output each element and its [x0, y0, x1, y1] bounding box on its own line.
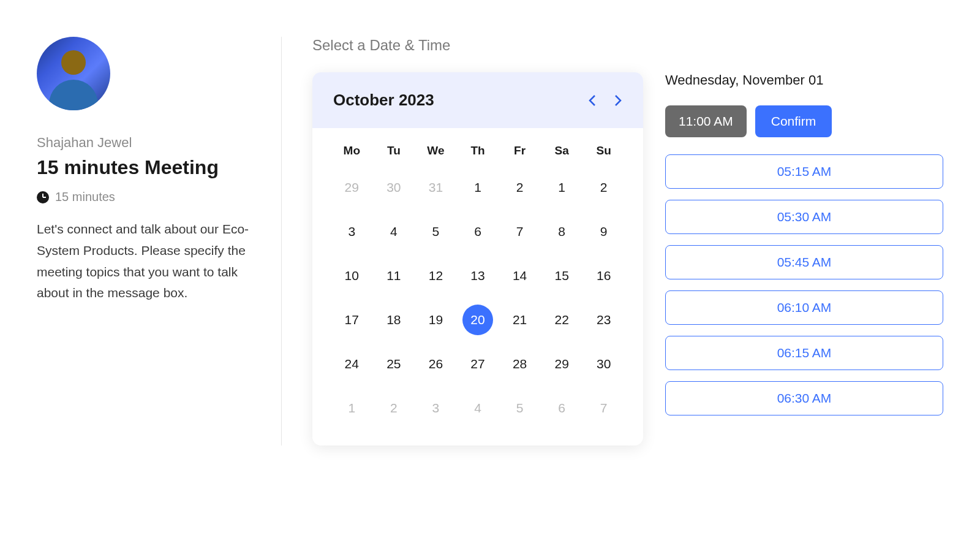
calendar-day[interactable]: 29 [541, 349, 583, 379]
selected-time-chip: 11:00 AM [665, 105, 747, 137]
weekday-header: Mo [331, 144, 373, 157]
selected-date-label: Wednesday, November 01 [665, 72, 943, 88]
calendar-day: 7 [582, 393, 625, 423]
calendar-day[interactable]: 6 [457, 216, 499, 247]
confirm-button[interactable]: Confirm [755, 105, 832, 137]
calendar-weekdays: MoTuWeThFrSaSu [331, 144, 625, 157]
calendar-day: 1 [331, 393, 373, 423]
weekday-header: Su [582, 144, 625, 157]
clock-icon [37, 191, 49, 203]
calendar-day[interactable]: 27 [457, 349, 499, 379]
time-slots-list: 05:15 AM05:30 AM05:45 AM06:10 AM06:15 AM… [665, 154, 943, 415]
time-slot[interactable]: 06:30 AM [665, 381, 943, 415]
calendar-day[interactable]: 3 [331, 216, 373, 247]
calendar-day[interactable]: 16 [582, 260, 625, 291]
calendar-day[interactable]: 22 [541, 305, 583, 335]
calendar-day[interactable]: 11 [373, 260, 415, 291]
calendar-nav [588, 93, 622, 108]
calendar-day[interactable]: 20 [457, 305, 499, 335]
time-slot[interactable]: 05:30 AM [665, 200, 943, 234]
calendar-day[interactable]: 4 [373, 216, 415, 247]
time-slot[interactable]: 05:45 AM [665, 245, 943, 279]
calendar-day: 30 [373, 172, 415, 203]
date-time-picker-panel: Select a Date & Time October 2023 Mo [312, 37, 943, 446]
calendar-day[interactable]: 21 [499, 305, 541, 335]
calendar-day: 2 [373, 393, 415, 423]
calendar-day[interactable]: 23 [582, 305, 625, 335]
chevron-left-icon [589, 94, 596, 107]
calendar-day: 5 [499, 393, 541, 423]
confirm-row: 11:00 AM Confirm [665, 105, 943, 137]
host-name: Shajahan Jewel [37, 135, 257, 151]
calendar-day: 29 [331, 172, 373, 203]
time-slot[interactable]: 06:10 AM [665, 290, 943, 325]
calendar-day[interactable]: 7 [499, 216, 541, 247]
time-slot[interactable]: 05:15 AM [665, 154, 943, 189]
calendar-day[interactable]: 18 [373, 305, 415, 335]
calendar-day: 31 [415, 172, 457, 203]
next-month-button[interactable] [614, 93, 622, 108]
calendar-day[interactable]: 24 [331, 349, 373, 379]
calendar-day[interactable]: 5 [415, 216, 457, 247]
calendar-day[interactable]: 25 [373, 349, 415, 379]
calendar-day[interactable]: 19 [415, 305, 457, 335]
weekday-header: Tu [373, 144, 415, 157]
calendar-day: 3 [415, 393, 457, 423]
calendar: October 2023 MoTuWeThFrSaSu 293031121234… [312, 72, 643, 446]
host-avatar [37, 37, 110, 110]
prev-month-button[interactable] [588, 93, 597, 108]
duration-row: 15 minutes [37, 190, 257, 204]
section-title: Select a Date & Time [312, 37, 943, 54]
time-slot[interactable]: 06:15 AM [665, 336, 943, 370]
meeting-info-panel: Shajahan Jewel 15 minutes Meeting 15 min… [37, 37, 282, 446]
calendar-day[interactable]: 15 [541, 260, 583, 291]
calendar-day[interactable]: 14 [499, 260, 541, 291]
calendar-days-grid: 2930311212345678910111213141516171819202… [331, 172, 625, 423]
calendar-day[interactable]: 2 [582, 172, 625, 203]
calendar-month-year: October 2023 [333, 91, 434, 110]
weekday-header: Sa [541, 144, 583, 157]
calendar-day[interactable]: 26 [415, 349, 457, 379]
weekday-header: Th [457, 144, 499, 157]
calendar-day: 4 [457, 393, 499, 423]
calendar-day[interactable]: 2 [499, 172, 541, 203]
calendar-day[interactable]: 9 [582, 216, 625, 247]
calendar-header: October 2023 [312, 72, 643, 128]
calendar-day[interactable]: 1 [541, 172, 583, 203]
weekday-header: Fr [499, 144, 541, 157]
duration-text: 15 minutes [55, 190, 115, 204]
weekday-header: We [415, 144, 457, 157]
chevron-right-icon [614, 94, 622, 107]
calendar-day[interactable]: 28 [499, 349, 541, 379]
calendar-day[interactable]: 30 [582, 349, 625, 379]
meeting-description: Let's connect and talk about our Eco-Sys… [37, 219, 257, 304]
calendar-day[interactable]: 10 [331, 260, 373, 291]
calendar-day: 6 [541, 393, 583, 423]
calendar-day[interactable]: 17 [331, 305, 373, 335]
time-panel: Wednesday, November 01 11:00 AM Confirm … [665, 72, 943, 415]
calendar-day[interactable]: 12 [415, 260, 457, 291]
calendar-day[interactable]: 1 [457, 172, 499, 203]
meeting-title: 15 minutes Meeting [37, 156, 257, 179]
calendar-day[interactable]: 13 [457, 260, 499, 291]
calendar-day[interactable]: 8 [541, 216, 583, 247]
